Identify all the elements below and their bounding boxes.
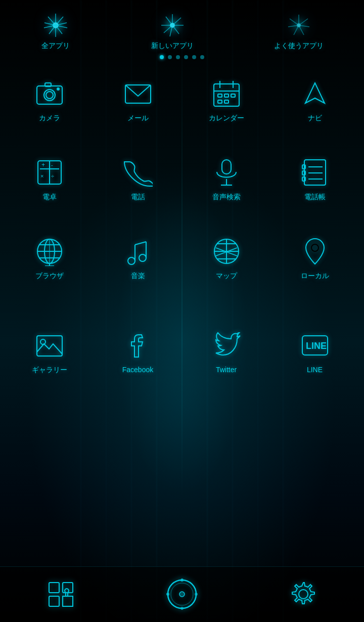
app-calendar[interactable]: カレンダー — [182, 67, 270, 130]
svg-point-90 — [195, 593, 197, 595]
app-mail-label: メール — [127, 114, 149, 123]
app-voice-search-label: 音声検索 — [212, 193, 241, 202]
app-calculator[interactable]: + - × ÷ 電卓 — [5, 146, 94, 209]
tab-dots — [0, 55, 364, 59]
tab-all-apps[interactable]: 全アプリ — [40, 10, 71, 51]
svg-point-91 — [181, 607, 183, 609]
svg-line-23 — [288, 25, 299, 27]
svg-rect-84 — [63, 583, 73, 593]
svg-text:-: - — [51, 162, 53, 168]
calendar-icon — [210, 77, 243, 110]
app-local[interactable]: ローカル — [270, 225, 359, 288]
settings-icon — [290, 581, 317, 608]
svg-point-88 — [179, 592, 185, 597]
svg-point-66 — [128, 257, 135, 264]
top-tabs: 全アプリ 新しいアプリ — [0, 0, 364, 53]
app-twitter[interactable]: Twitter — [182, 319, 270, 382]
tab-new-apps[interactable]: 新しいアプリ — [151, 10, 194, 51]
tab-frequent-apps-label: よく使うアプリ — [274, 41, 324, 51]
svg-rect-39 — [224, 100, 229, 103]
gallery-icon — [33, 329, 66, 362]
app-browser-label: ブラウザ — [35, 272, 64, 281]
dot-4[interactable] — [184, 55, 188, 59]
app-navi[interactable]: ナビ — [270, 67, 359, 130]
svg-text:÷: ÷ — [51, 173, 54, 179]
svg-line-13 — [172, 25, 179, 34]
app-gallery[interactable]: ギャラリー — [5, 319, 94, 382]
widgets-nav-button[interactable] — [43, 577, 78, 612]
app-camera-label: カメラ — [39, 114, 60, 123]
svg-line-22 — [294, 25, 299, 35]
svg-line-24 — [290, 19, 299, 25]
camera-icon — [33, 77, 66, 110]
bottom-nav — [0, 566, 364, 622]
app-facebook-label: Facebook — [122, 366, 153, 374]
maps-icon — [210, 235, 243, 268]
svg-marker-40 — [305, 83, 325, 103]
app-contacts-label: 電話帳 — [304, 193, 326, 202]
svg-text:×: × — [40, 173, 43, 179]
svg-point-29 — [57, 88, 59, 90]
app-calculator-label: 電卓 — [42, 193, 57, 202]
mail-icon — [121, 77, 154, 110]
svg-rect-36 — [224, 94, 229, 97]
calculator-icon: + - × ÷ — [33, 156, 66, 189]
svg-line-20 — [299, 25, 309, 27]
app-music[interactable]: 音楽 — [94, 225, 182, 288]
home-nav-button[interactable] — [164, 577, 200, 612]
app-calendar-label: カレンダー — [209, 114, 244, 123]
app-voice-search[interactable]: 音声検索 — [182, 146, 270, 209]
svg-point-89 — [181, 579, 183, 581]
svg-point-92 — [167, 593, 169, 595]
tab-new-apps-label: 新しいアプリ — [151, 41, 194, 51]
tab-frequent-apps[interactable]: よく使うアプリ — [274, 10, 324, 51]
svg-rect-35 — [218, 94, 222, 97]
app-local-label: ローカル — [301, 272, 329, 281]
settings-nav-button[interactable] — [286, 577, 321, 612]
svg-point-80 — [40, 339, 46, 344]
app-line-label: LINE — [307, 366, 323, 374]
svg-point-27 — [46, 92, 53, 99]
svg-point-78 — [311, 244, 318, 251]
svg-rect-48 — [222, 160, 231, 174]
app-phone-label: 電話 — [131, 193, 145, 202]
svg-rect-85 — [49, 596, 59, 606]
svg-rect-79 — [37, 336, 62, 356]
app-row-4: ギャラリー Facebook Twitter LINE LINE — [0, 311, 364, 390]
navi-icon — [298, 77, 331, 110]
music-icon — [121, 235, 154, 268]
svg-rect-83 — [49, 583, 59, 593]
svg-line-17 — [166, 17, 172, 25]
app-navi-label: ナビ — [308, 114, 322, 123]
contacts-icon — [298, 156, 331, 189]
app-facebook[interactable]: Facebook — [94, 319, 182, 382]
local-icon — [298, 235, 331, 268]
app-maps-label: マップ — [216, 272, 237, 281]
dot-2[interactable] — [168, 55, 172, 59]
app-phone[interactable]: 電話 — [94, 146, 182, 209]
svg-line-11 — [172, 18, 181, 25]
svg-rect-38 — [218, 100, 222, 103]
facebook-icon — [121, 329, 154, 362]
dot-6[interactable] — [200, 55, 204, 59]
app-row-2: + - × ÷ 電卓 電話 音声検索 — [0, 138, 364, 217]
app-row-1: カメラ メール カレンダー — [0, 59, 364, 138]
app-contacts[interactable]: 電話帳 — [270, 146, 359, 209]
app-music-label: 音楽 — [131, 272, 145, 281]
app-gallery-label: ギャラリー — [32, 366, 67, 375]
dot-3[interactable] — [176, 55, 180, 59]
dot-5[interactable] — [192, 55, 196, 59]
phone-icon — [121, 156, 154, 189]
app-maps[interactable]: マップ — [182, 225, 270, 288]
svg-line-21 — [299, 25, 304, 35]
svg-point-93 — [299, 590, 308, 599]
app-browser[interactable]: ブラウザ — [5, 225, 94, 288]
dot-1[interactable] — [160, 55, 164, 59]
app-twitter-label: Twitter — [216, 366, 237, 374]
app-line[interactable]: LINE LINE — [270, 319, 359, 382]
app-camera[interactable]: カメラ — [5, 67, 94, 130]
svg-rect-37 — [231, 94, 235, 97]
tab-all-apps-label: 全アプリ — [41, 41, 70, 51]
svg-text:+: + — [41, 161, 45, 168]
app-mail[interactable]: メール — [94, 67, 182, 130]
